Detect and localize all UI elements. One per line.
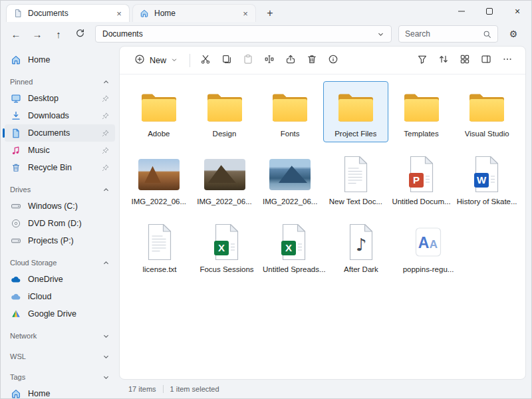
details-pane-icon: [481, 54, 491, 66]
sidebar-item-icloud[interactable]: iCloud: [5, 288, 115, 305]
file-item-visual-studio[interactable]: Visual Studio: [454, 81, 519, 142]
more-button[interactable]: [497, 51, 517, 70]
search-input[interactable]: Search: [398, 25, 498, 43]
chevron-down-icon[interactable]: [377, 31, 384, 38]
file-item-after-dark[interactable]: ♪After Dark: [328, 217, 394, 278]
info-icon: [328, 54, 338, 66]
share-button[interactable]: [281, 51, 301, 70]
close-tab-icon[interactable]: ×: [239, 7, 251, 19]
new-button[interactable]: New: [128, 51, 184, 70]
toolbar-separator: [190, 54, 190, 67]
copy-button[interactable]: [217, 51, 237, 70]
maximize-button[interactable]: [475, 1, 503, 22]
file-item-license-txt[interactable]: license.txt: [126, 217, 193, 278]
text-icon: [145, 223, 174, 261]
file-item-img-2022-06[interactable]: IMG_2022_06...: [192, 149, 257, 210]
view-button[interactable]: [455, 51, 475, 70]
new-tab-button[interactable]: +: [261, 5, 279, 22]
file-item-untitled-docum[interactable]: PUntitled Docum...: [389, 149, 454, 210]
file-item-new-text-doc[interactable]: New Text Doc...: [323, 149, 388, 210]
file-item-img-2022-06[interactable]: IMG_2022_06...: [126, 149, 192, 210]
arrow-up-icon: ↑: [56, 29, 61, 40]
section-label: Tags: [10, 373, 25, 381]
delete-button[interactable]: [302, 51, 322, 70]
file-item-untitled-spreads[interactable]: XUntitled Spreads...: [261, 217, 327, 278]
details-pane-button[interactable]: [476, 51, 496, 70]
sidebar-section-wsl[interactable]: WSL: [5, 349, 115, 364]
image-icon: [269, 155, 311, 194]
info-button[interactable]: [323, 51, 343, 70]
tab-home[interactable]: Home ×: [132, 4, 256, 22]
sidebar-section-pinned[interactable]: Pinned: [5, 74, 115, 89]
sidebar-item-windows-c[interactable]: Windows (C:): [5, 198, 115, 215]
text-icon: [341, 155, 370, 194]
sidebar-section-cloud-storage[interactable]: Cloud Storage: [5, 255, 115, 270]
chevron-down-icon: [171, 56, 178, 65]
sidebar-item-home[interactable]: Home: [5, 51, 115, 68]
paste-button[interactable]: [238, 51, 258, 70]
settings-gear-button[interactable]: ⚙: [503, 24, 523, 44]
sidebar-item-google-drive[interactable]: Google Drive: [5, 305, 115, 323]
music-icon: [10, 145, 21, 156]
refresh-icon: [75, 28, 85, 40]
cut-button[interactable]: [196, 51, 215, 70]
file-item-design[interactable]: Design: [192, 81, 257, 142]
arrow-left-icon: ←: [11, 29, 21, 40]
sidebar-item-desktop[interactable]: Desktop: [5, 90, 115, 107]
minimize-button[interactable]: [448, 1, 475, 22]
file-item-poppins-regu[interactable]: AApoppins-regu...: [395, 217, 462, 278]
chevron-up-icon: [102, 186, 110, 194]
sidebar-item-recycle-bin[interactable]: Recycle Bin: [5, 159, 115, 176]
sidebar-item-music[interactable]: Music: [5, 142, 115, 159]
chevron-down-icon: [102, 332, 110, 340]
item-count: 17 items: [128, 385, 156, 393]
plus-circle-icon: [134, 54, 145, 66]
folder-icon: [467, 87, 506, 126]
file-item-fonts[interactable]: Fonts: [257, 81, 323, 142]
chevron-down-icon: [102, 353, 110, 360]
more-icon: [502, 54, 513, 66]
copy-icon: [221, 54, 232, 66]
svg-text:♪: ♪: [356, 235, 367, 255]
file-item-templates[interactable]: Templates: [389, 81, 454, 142]
file-item-project-files[interactable]: Project Files: [323, 81, 388, 142]
file-item-focus-sessions[interactable]: XFocus Sessions: [194, 217, 260, 278]
svg-text:W: W: [477, 174, 487, 186]
address-bar[interactable]: Documents: [95, 25, 392, 43]
sidebar-item-home[interactable]: Home: [5, 385, 115, 398]
window-body: HomePinnedDesktopDownloadsDocumentsMusic…: [1, 46, 531, 398]
rename-button[interactable]: [259, 51, 279, 70]
sidebar-item-downloads[interactable]: Downloads: [5, 107, 115, 124]
icloud-icon: [10, 291, 21, 302]
sidebar-section-drives[interactable]: Drives: [5, 182, 115, 197]
close-button[interactable]: ×: [503, 1, 531, 22]
excel-icon: X: [212, 223, 241, 261]
up-button[interactable]: ↑: [49, 24, 68, 44]
section-label: Drives: [10, 186, 31, 194]
forward-button[interactable]: →: [27, 24, 47, 44]
back-button[interactable]: ←: [6, 24, 26, 44]
chevron-up-icon: [102, 78, 110, 86]
sidebar-section-network[interactable]: Network: [5, 329, 115, 343]
recycle-bin-icon: [10, 162, 21, 173]
svg-text:P: P: [413, 174, 420, 186]
filter-button[interactable]: [412, 51, 432, 70]
tab-documents[interactable]: Documents ×: [6, 4, 130, 22]
close-tab-icon[interactable]: ×: [113, 7, 125, 19]
sidebar-section-tags[interactable]: Tags: [5, 370, 115, 384]
font-icon: AA: [414, 223, 443, 261]
sort-button[interactable]: [434, 51, 454, 70]
sidebar-item-dvd-rom-d[interactable]: DVD Rom (D:): [5, 215, 115, 232]
image-icon: [204, 155, 245, 194]
file-item-history-of-skate[interactable]: WHistory of Skate...: [454, 149, 519, 210]
sidebar-item-projects-p[interactable]: Projects (P:): [5, 232, 115, 249]
sidebar-item-documents[interactable]: Documents: [5, 124, 115, 142]
file-item-img-2022-06[interactable]: IMG_2022_06...: [257, 149, 323, 210]
folder-icon: [336, 87, 375, 126]
refresh-button[interactable]: [70, 24, 90, 44]
folder-icon: [271, 87, 309, 126]
sidebar-item-onedrive[interactable]: OneDrive: [5, 271, 115, 288]
file-item-adobe[interactable]: Adobe: [126, 81, 192, 142]
search-placeholder: Search: [405, 29, 430, 39]
tab-label: Documents: [28, 9, 108, 18]
